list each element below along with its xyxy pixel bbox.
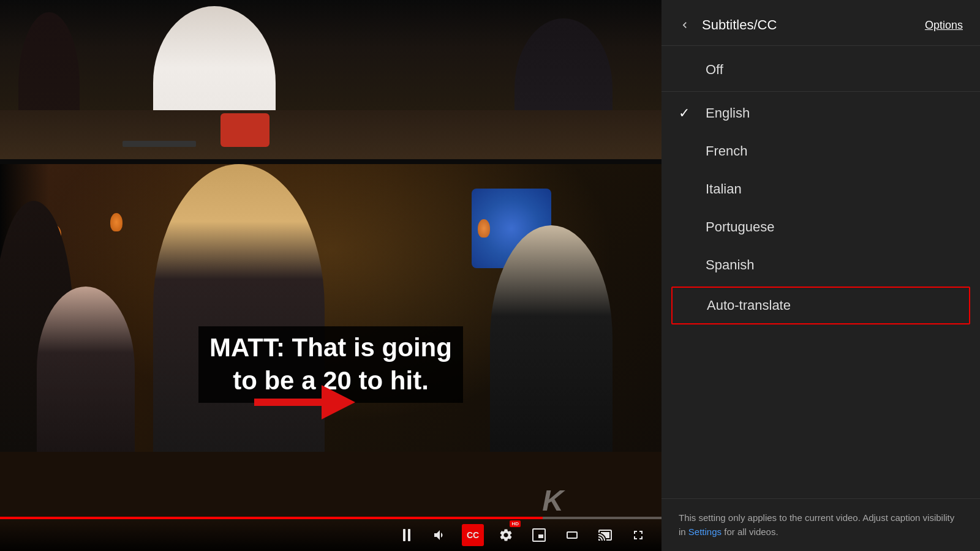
subtitle-item-portuguese[interactable]: Portuguese — [662, 208, 980, 246]
pause-button[interactable] — [396, 524, 418, 546]
item-label-auto-translate: Auto-translate — [707, 298, 791, 313]
check-english: ✓ — [679, 105, 695, 121]
video-player: MATT: That is going to be a 20 to hit. C… — [0, 0, 662, 551]
item-label-off: Off — [706, 62, 723, 78]
item-label-portuguese: Portuguese — [706, 219, 775, 235]
item-label-spanish: Spanish — [706, 257, 755, 273]
check-italian — [679, 181, 695, 197]
video-top-scene — [0, 0, 662, 159]
item-label-italian: Italian — [706, 181, 742, 197]
hd-badge: HD — [510, 520, 521, 527]
cc-button[interactable]: CC — [462, 524, 484, 546]
subtitle-item-spanish[interactable]: Spanish — [662, 246, 980, 284]
settings-button[interactable]: HD — [495, 524, 517, 546]
item-label-english: English — [706, 105, 750, 121]
watermark: K — [542, 484, 564, 517]
red-arrow-annotation — [254, 385, 355, 419]
subtitle-item-english[interactable]: ✓ English — [662, 94, 980, 132]
check-off — [679, 62, 695, 78]
check-auto-translate — [680, 298, 696, 313]
panel-footer: This setting only applies to the current… — [662, 498, 980, 551]
check-portuguese — [679, 219, 695, 235]
check-french — [679, 143, 695, 159]
miniplayer-button[interactable] — [528, 524, 550, 546]
check-spanish — [679, 257, 695, 273]
item-label-french: French — [706, 143, 747, 159]
panel-header: Subtitles/CC Options — [662, 0, 980, 46]
volume-button[interactable] — [429, 524, 451, 546]
subtitle-item-italian[interactable]: Italian — [662, 170, 980, 208]
separator — [662, 91, 980, 92]
cc-label: CC — [467, 530, 479, 540]
subtitle-item-auto-translate[interactable]: Auto-translate — [671, 287, 970, 324]
footer-text: This setting only applies to the current… — [679, 511, 963, 539]
panel-title: Subtitles/CC — [702, 17, 925, 33]
footer-suffix: for all videos. — [724, 527, 778, 537]
footer-settings-link[interactable]: Settings — [688, 527, 722, 537]
fullscreen-button[interactable] — [627, 524, 649, 546]
back-button[interactable] — [679, 19, 691, 31]
panel-items-list: Off ✓ English French Italian Portuguese … — [662, 46, 980, 498]
subtitle-item-french[interactable]: French — [662, 132, 980, 170]
video-divider — [0, 159, 662, 164]
options-link[interactable]: Options — [925, 19, 963, 32]
controls-bar: CC HD — [0, 519, 662, 551]
theater-button[interactable] — [561, 524, 583, 546]
subtitle-item-off[interactable]: Off — [662, 51, 980, 89]
cast-button[interactable] — [594, 524, 616, 546]
subtitles-panel: Subtitles/CC Options Off ✓ English Frenc… — [662, 0, 980, 551]
